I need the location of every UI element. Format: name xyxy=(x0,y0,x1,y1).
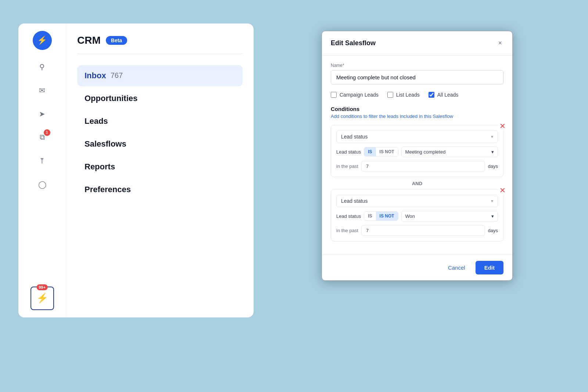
nav-item-preferences-label: Preferences xyxy=(85,185,131,194)
nav-item-salesflows[interactable]: Salesflows xyxy=(77,133,243,155)
toggle-is-1[interactable]: IS xyxy=(364,147,376,156)
time-input-1[interactable] xyxy=(361,161,485,172)
condition-field-label-1: Lead status xyxy=(341,134,368,140)
toggle-isnot-2[interactable]: IS NOT xyxy=(376,212,398,220)
nav-item-preferences[interactable]: Preferences xyxy=(77,179,243,200)
condition-field-select-2[interactable]: Lead status ▾ xyxy=(336,195,498,207)
sidebar-item-user[interactable]: ◯ xyxy=(36,178,49,191)
app-title: CRM xyxy=(77,35,101,46)
condition-card-1: ✕ Lead status ▾ Lead status IS xyxy=(331,125,503,177)
condition-status-row-2: Lead status IS IS NOT Won ▾ xyxy=(336,211,498,222)
send-icon: ➤ xyxy=(39,109,45,118)
cancel-button[interactable]: Cancel xyxy=(442,261,471,274)
nav-item-leads[interactable]: Leads xyxy=(77,111,243,132)
beta-badge: Beta xyxy=(106,36,127,45)
condition-value-select-2[interactable]: Won ▾ xyxy=(401,211,498,222)
mail-icon: ✉ xyxy=(39,86,45,95)
nav-item-leads-label: Leads xyxy=(85,116,108,126)
sidebar-item-search[interactable]: ⚲ xyxy=(36,60,49,73)
logo[interactable]: ⚡ xyxy=(33,31,52,50)
nav-item-opportunities[interactable]: Opportunities xyxy=(77,88,243,109)
all-leads-checkbox[interactable]: All Leads xyxy=(429,92,459,98)
notification-badge: 1 xyxy=(44,129,50,136)
nav-item-salesflows-label: Salesflows xyxy=(85,139,126,149)
toggle-group-2: IS IS NOT xyxy=(364,211,398,221)
condition-remove-1[interactable]: ✕ xyxy=(498,122,507,130)
list-leads-checkbox-input[interactable] xyxy=(387,92,393,98)
checkboxes-row: Campaign Leads List Leads All Leads xyxy=(331,92,503,98)
sidebar-item-copy[interactable]: ⧉ 1 xyxy=(36,131,49,144)
campaign-leads-checkbox-input[interactable] xyxy=(331,92,337,98)
nav-item-inbox-count: 767 xyxy=(111,71,123,80)
condition-time-row-2: in the past days xyxy=(336,225,498,236)
chart-icon: ⤒ xyxy=(39,157,45,165)
name-field-label: Name* xyxy=(331,63,503,68)
condition-value-label-1: Meeting completed xyxy=(405,149,446,155)
condition-time-row-1: in the past days xyxy=(336,161,498,172)
remove-icon-2: ✕ xyxy=(499,186,506,195)
campaign-leads-checkbox[interactable]: Campaign Leads xyxy=(331,92,379,98)
condition-card-2: ✕ Lead status ▾ Lead status IS xyxy=(331,189,503,241)
status-label-1: Lead status xyxy=(336,149,361,155)
sidebar-item-chart[interactable]: ⤒ xyxy=(36,154,49,168)
nav-item-inbox-label: Inbox xyxy=(85,71,106,80)
name-field-group: Name* xyxy=(331,63,503,84)
condition-field-label-2: Lead status xyxy=(341,198,368,204)
condition-field-row-1: Lead status ▾ xyxy=(336,130,498,143)
modal-title: Edit Salesflow xyxy=(331,39,376,47)
time-unit-2: days xyxy=(488,228,498,233)
chat-badge: 99+ xyxy=(36,284,48,290)
user-icon: ◯ xyxy=(38,180,46,189)
modal-body: Name* Campaign Leads List Leads xyxy=(322,55,512,255)
all-leads-checkbox-input[interactable] xyxy=(429,92,434,98)
condition-value-label-2: Won xyxy=(405,213,415,219)
sidebar: ⚡ ⚲ ✉ ➤ ⧉ 1 ⤒ ◯ 99+ ⚡ xyxy=(18,24,66,317)
nav-item-reports[interactable]: Reports xyxy=(77,156,243,177)
nav-items-list: Inbox 767 Opportunities Leads Salesflows… xyxy=(77,65,243,200)
modal-footer: Cancel Edit xyxy=(322,255,512,280)
chevron-down-icon-value-2: ▾ xyxy=(491,213,494,219)
chevron-down-icon-2: ▾ xyxy=(491,198,493,204)
all-leads-label: All Leads xyxy=(437,92,459,98)
app-title-row: CRM Beta xyxy=(77,35,243,54)
condition-remove-2[interactable]: ✕ xyxy=(498,186,507,195)
chat-bolt-icon: ⚡ xyxy=(36,292,48,304)
condition-status-row-1: Lead status IS IS NOT Meeting completed … xyxy=(336,147,498,157)
sidebar-item-send[interactable]: ➤ xyxy=(36,107,49,121)
sidebar-item-mail[interactable]: ✉ xyxy=(36,84,49,97)
search-icon: ⚲ xyxy=(39,62,45,71)
toggle-is-2[interactable]: IS xyxy=(364,212,376,220)
condition-value-select-1[interactable]: Meeting completed ▾ xyxy=(401,147,498,157)
chevron-down-icon-value-1: ▾ xyxy=(491,149,494,155)
time-label-1: in the past xyxy=(336,163,358,169)
nav-item-inbox[interactable]: Inbox 767 xyxy=(77,65,243,86)
conditions-title: Conditions xyxy=(331,106,503,112)
conditions-subtitle: Add conditions to filter the leads inclu… xyxy=(331,114,503,119)
chat-widget[interactable]: 99+ ⚡ xyxy=(31,287,54,310)
main-navigation: CRM Beta Inbox 767 Opportunities Leads S… xyxy=(66,24,254,317)
chevron-down-icon-1: ▾ xyxy=(491,134,493,139)
edit-salesflow-modal: Edit Salesflow × Name* Campaign Leads xyxy=(322,31,513,281)
status-label-2: Lead status xyxy=(336,213,361,219)
list-leads-label: List Leads xyxy=(396,92,420,98)
name-field-input[interactable] xyxy=(331,70,503,84)
time-unit-1: days xyxy=(488,163,498,169)
conditions-section: Conditions Add conditions to filter the … xyxy=(331,106,503,241)
remove-icon-1: ✕ xyxy=(499,122,506,130)
right-panel: Edit Salesflow × Name* Campaign Leads xyxy=(265,24,570,281)
bolt-icon: ⚡ xyxy=(37,36,47,45)
time-input-2[interactable] xyxy=(361,225,485,236)
list-leads-checkbox[interactable]: List Leads xyxy=(387,92,420,98)
toggle-group-1: IS IS NOT xyxy=(364,147,398,157)
campaign-leads-label: Campaign Leads xyxy=(340,92,379,98)
modal-header: Edit Salesflow × xyxy=(322,31,512,55)
time-label-2: in the past xyxy=(336,228,358,233)
condition-field-select-1[interactable]: Lead status ▾ xyxy=(336,130,498,143)
condition-field-row-2: Lead status ▾ xyxy=(336,195,498,207)
nav-item-opportunities-label: Opportunities xyxy=(85,94,137,103)
and-divider: AND xyxy=(331,181,503,186)
nav-item-reports-label: Reports xyxy=(85,162,115,172)
edit-button[interactable]: Edit xyxy=(476,261,503,274)
toggle-isnot-1[interactable]: IS NOT xyxy=(376,147,398,156)
modal-close-button[interactable]: × xyxy=(496,38,503,48)
